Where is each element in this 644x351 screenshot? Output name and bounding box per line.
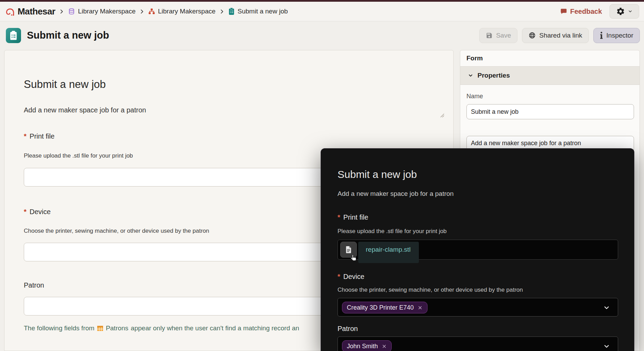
- database-icon: [68, 8, 75, 15]
- field-label-text: Patron: [24, 281, 44, 289]
- chip-label: Creality 3D Printer E740: [347, 304, 414, 311]
- shared-via-link-button[interactable]: Shared via link: [522, 28, 589, 43]
- remove-selection-icon[interactable]: [382, 344, 387, 349]
- name-field-label: Name: [466, 93, 483, 100]
- field-label-text: Print file: [30, 132, 54, 140]
- page-header: Submit a new job Save Shared via link: [0, 21, 644, 49]
- modal-label-device: * Device: [338, 273, 364, 281]
- save-label: Save: [496, 32, 511, 39]
- breadcrumb-form[interactable]: Submit a new job: [228, 8, 288, 15]
- mathesar-logo-icon: [5, 6, 15, 17]
- gear-icon: [616, 7, 625, 16]
- properties-section-header[interactable]: Properties: [460, 67, 640, 85]
- inspector-panel-title: Form: [460, 50, 640, 67]
- modal-label-print-file: * Print file: [338, 213, 368, 221]
- inspector-label: Inspector: [606, 32, 633, 39]
- breadcrumb-label: Submit a new job: [238, 8, 288, 15]
- table-icon: [97, 325, 103, 331]
- chevron-down-icon: [603, 343, 610, 350]
- modal-label-text: Device: [343, 273, 364, 281]
- file-document-icon: [345, 246, 352, 253]
- shared-via-link-label: Shared via link: [539, 32, 582, 39]
- form-icon: [228, 8, 235, 15]
- brand-name: Mathesar: [18, 6, 55, 17]
- form-page-icon: [6, 28, 21, 43]
- globe-icon: [529, 32, 536, 39]
- chip-label: John Smith: [347, 343, 378, 350]
- form-name-input[interactable]: [466, 104, 634, 119]
- conditional-fields-note: The following fields from Patrons appear…: [24, 324, 299, 332]
- resize-grip-icon[interactable]: [440, 113, 444, 118]
- required-marker: *: [338, 273, 340, 281]
- uploaded-file-link[interactable]: repair-clamp.stl: [366, 246, 411, 253]
- chevron-right-icon: [139, 9, 145, 14]
- modal-form-title: Submit a new job: [338, 169, 417, 180]
- chevron-down-icon: [628, 9, 633, 14]
- save-button[interactable]: Save: [479, 28, 517, 43]
- save-icon: [486, 32, 493, 39]
- footnote-prefix: The following fields from: [24, 324, 94, 332]
- modal-device-select[interactable]: Creality 3D Printer E740: [338, 298, 618, 317]
- remove-selection-icon[interactable]: [417, 305, 423, 310]
- breadcrumb-label: Library Makerspace: [78, 8, 135, 15]
- required-marker: *: [24, 132, 27, 140]
- footnote-table-name: Patrons: [106, 324, 128, 332]
- mouse-pointer-cursor: [349, 253, 358, 262]
- form-preview-title[interactable]: Submit a new job: [24, 78, 106, 91]
- inspector-toggle-button[interactable]: Inspector: [593, 28, 640, 43]
- required-marker: *: [338, 213, 340, 221]
- field-label-print-file: * Print file: [24, 132, 54, 140]
- breadcrumb-schema[interactable]: Library Makerspace: [148, 8, 215, 15]
- top-navigation-bar: Mathesar Library Makerspace: [0, 2, 644, 21]
- feedback-bubble-icon: [560, 8, 567, 15]
- chevron-right-icon: [59, 9, 64, 14]
- live-form-preview-modal: Submit a new job Add a new maker space j…: [321, 148, 634, 351]
- chevron-down-icon: [468, 73, 473, 78]
- modal-label-text: Print file: [343, 213, 368, 221]
- chevron-down-icon: [603, 304, 610, 311]
- required-marker: *: [24, 208, 27, 216]
- modal-label-patron: Patron: [338, 325, 358, 333]
- field-label-device: * Device: [24, 208, 51, 216]
- footnote-suffix: appear only when the user can't find a m…: [131, 324, 299, 332]
- chevron-right-icon: [219, 9, 225, 14]
- schema-icon: [148, 8, 155, 15]
- info-icon: [600, 32, 603, 39]
- mathesar-home-link[interactable]: Mathesar: [5, 6, 55, 17]
- modal-help-device: Choose the printer, sewing machine, or o…: [338, 287, 523, 293]
- field-label-patron: Patron: [24, 281, 44, 289]
- feedback-label: Feedback: [570, 8, 602, 16]
- device-selected-chip: Creality 3D Printer E740: [342, 302, 427, 313]
- field-help-print-file: Please upload the .stl file for your pri…: [24, 152, 133, 159]
- form-preview-description[interactable]: Add a new maker space job for a patron: [24, 106, 146, 114]
- modal-patron-select[interactable]: John Smith: [338, 337, 618, 351]
- field-help-device: Choose the printer, sewing machine, or o…: [24, 228, 209, 234]
- breadcrumb-database[interactable]: Library Makerspace: [68, 8, 135, 15]
- feedback-link[interactable]: Feedback: [560, 8, 602, 16]
- modal-label-text: Patron: [338, 325, 358, 333]
- page-title: Submit a new job: [27, 30, 109, 41]
- properties-section-label: Properties: [477, 72, 510, 79]
- settings-menu-button[interactable]: [610, 4, 639, 19]
- field-label-text: Device: [30, 208, 51, 216]
- breadcrumb-label: Library Makerspace: [158, 8, 215, 15]
- patron-selected-chip: John Smith: [342, 340, 392, 351]
- modal-form-description: Add a new maker space job for a patron: [338, 190, 454, 198]
- modal-help-print-file: Please upload the .stl file for your pri…: [338, 228, 447, 235]
